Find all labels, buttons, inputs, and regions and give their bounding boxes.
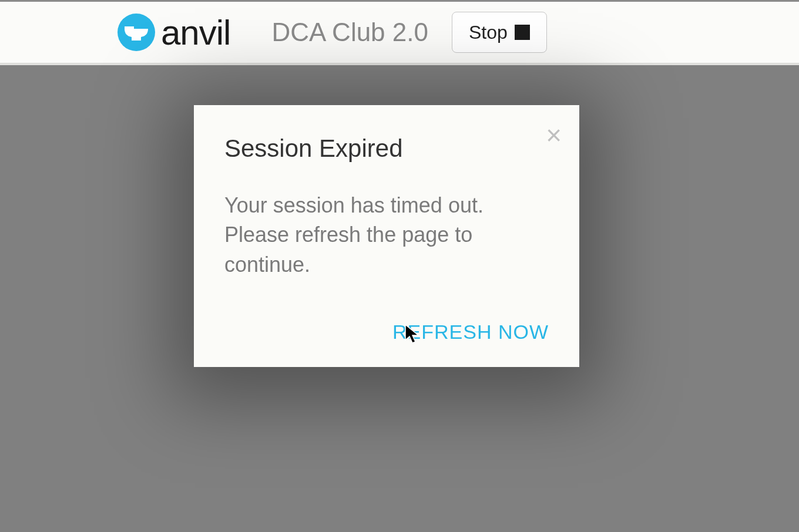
modal-actions: REFRESH NOW (224, 321, 549, 344)
vertical-scrollbar[interactable] (790, 65, 799, 532)
app-name: DCA Club 2.0 (271, 18, 428, 47)
stop-button[interactable]: Stop (452, 12, 547, 53)
svg-rect-0 (125, 26, 134, 30)
stop-icon (515, 25, 530, 40)
anvil-logo-icon (118, 14, 155, 51)
close-icon[interactable]: × (546, 122, 562, 149)
app-content-area: × Session Expired Your session has timed… (0, 65, 799, 532)
stop-button-label: Stop (469, 22, 508, 43)
anvil-logo[interactable]: anvil (118, 12, 230, 53)
refresh-now-button[interactable]: REFRESH NOW (392, 321, 549, 343)
modal-body-text: Your session has timed out. Please refre… (224, 191, 549, 280)
anvil-logo-text: anvil (161, 12, 230, 53)
modal-title: Session Expired (224, 134, 549, 163)
session-expired-modal: × Session Expired Your session has timed… (194, 105, 579, 367)
app-header: anvil DCA Club 2.0 Stop (0, 2, 799, 63)
